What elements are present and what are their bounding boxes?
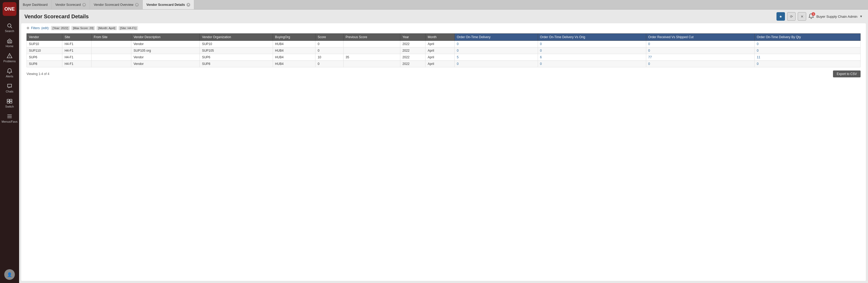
cell-month: April (426, 41, 455, 47)
col-month: Month (426, 34, 455, 41)
col-vendor-organization: Vendor Organization (200, 34, 273, 41)
cell-order_otd[interactable]: 0 (455, 47, 538, 54)
cell-site: H4-F1 (62, 47, 92, 54)
close-button[interactable]: ✕ (798, 12, 806, 21)
cell-order_otd_vs_orig[interactable]: 0 (538, 47, 646, 54)
cell-year: 2022 (400, 41, 426, 47)
tab-vendor-scorecard-details-close[interactable]: ✕ (186, 3, 190, 7)
cell-order_otd[interactable]: 0 (455, 41, 538, 47)
refresh-button[interactable]: ⟳ (787, 12, 796, 21)
refresh-icon: ⟳ (790, 14, 793, 19)
tab-vendor-scorecard-details[interactable]: Vendor Scorecard Details ✕ (143, 0, 194, 9)
cell-order_otd_qty[interactable]: 11 (754, 54, 860, 61)
table-body: SUP10H4-F1VendorSUP10HUB402022April0000S… (27, 41, 861, 67)
tab-vendor-scorecard-details-label: Vendor Scorecard Details (147, 3, 185, 7)
sidebar-item-chats[interactable]: Chats (0, 80, 19, 96)
cell-vendor_description: SUP105 org (131, 47, 200, 54)
cell-score: 10 (315, 54, 343, 61)
sidebar-item-search[interactable]: Search (0, 20, 19, 35)
cell-order_otd_qty[interactable]: 0 (754, 61, 860, 67)
svg-rect-6 (7, 102, 9, 103)
tab-vendor-scorecard[interactable]: Vendor Scorecard ✕ (52, 0, 90, 9)
col-order-otd-qty: Order On-Time Delivery By Qty (754, 34, 860, 41)
col-order-otd-vs-orig: Order On-Time Delivery Vs Orig (538, 34, 646, 41)
col-buying-org: BuyingOrg (273, 34, 315, 41)
cell-order_recv_shipped[interactable]: 0 (646, 41, 754, 47)
page-header: Vendor Scorecard Details ★ ⟳ ✕ 1 (19, 9, 868, 23)
cell-month: April (426, 47, 455, 54)
sidebar-item-problems[interactable]: Problems (0, 50, 19, 66)
filter-tag-year: [Year: 2022] (51, 26, 70, 30)
table-row: SUP6H4-F1VendorSUP6HUB410352022April5677… (27, 54, 861, 61)
cell-vendor: SUP110 (27, 47, 62, 54)
svg-point-3 (9, 57, 10, 58)
sidebar-item-switch[interactable]: Switch (0, 96, 19, 111)
tab-vendor-scorecard-overview-close[interactable]: ✕ (135, 3, 139, 7)
table-row: SUP110H4-F1SUP105 orgSUP105HUB402022Apri… (27, 47, 861, 54)
cell-vendor_description: Vendor (131, 54, 200, 61)
avatar[interactable]: 👤 (4, 269, 15, 280)
cell-site: H4-F1 (62, 41, 92, 47)
cell-order_recv_shipped[interactable]: 0 (646, 61, 754, 67)
cell-from_site (92, 54, 131, 61)
chats-icon (7, 83, 12, 89)
svg-line-1 (10, 27, 12, 28)
filter-tag-site: [Site: H4-F1] (119, 26, 138, 30)
svg-rect-5 (10, 99, 12, 101)
favorite-button[interactable]: ★ (776, 12, 785, 21)
data-table: Vendor Site From Site Vendor Description… (27, 33, 861, 67)
cell-buying_org: HUB4 (273, 41, 315, 47)
sidebar-problems-label: Problems (3, 60, 16, 63)
cell-previous_score (343, 61, 400, 67)
cell-buying_org: HUB4 (273, 61, 315, 67)
filter-tag-maxscore: [Max Score: 20] (71, 26, 95, 30)
filter-icon: ⚙ (27, 26, 29, 30)
cell-from_site (92, 41, 131, 47)
cell-order_otd[interactable]: 0 (455, 61, 538, 67)
menus-icon (7, 113, 12, 119)
cell-order_recv_shipped[interactable]: 0 (646, 47, 754, 54)
user-dropdown-arrow[interactable]: ▼ (860, 14, 863, 18)
cell-order_recv_shipped[interactable]: 77 (646, 54, 754, 61)
cell-vendor: SUP8 (27, 61, 62, 67)
cell-year: 2022 (400, 61, 426, 67)
sidebar-item-alerts[interactable]: Alerts (0, 66, 19, 80)
sidebar-chats-label: Chats (6, 90, 13, 93)
filters-label[interactable]: Filters (31, 26, 40, 30)
cell-previous_score (343, 47, 400, 54)
sidebar-search-label: Search (5, 29, 14, 33)
svg-rect-4 (7, 99, 9, 101)
notification-button[interactable]: 1 (808, 13, 814, 20)
cell-year: 2022 (400, 54, 426, 61)
cell-previous_score (343, 41, 400, 47)
sidebar-switch-label: Switch (5, 105, 14, 108)
tab-vendor-scorecard-label: Vendor Scorecard (55, 3, 81, 7)
alerts-icon (7, 68, 12, 74)
cell-order_otd_qty[interactable]: 0 (754, 41, 860, 47)
tab-vendor-scorecard-overview[interactable]: Vendor Scorecard Overview ✕ (90, 0, 143, 9)
col-vendor-description: Vendor Description (131, 34, 200, 41)
table-footer: Viewing 1-4 of 4 Export to CSV (27, 70, 861, 77)
cell-order_otd_vs_orig[interactable]: 0 (538, 41, 646, 47)
cell-order_otd_vs_orig[interactable]: 6 (538, 54, 646, 61)
tab-vendor-scorecard-close[interactable]: ✕ (82, 3, 86, 7)
header-right: ★ ⟳ ✕ 1 Buyer Supply Chain Admin ▼ (776, 12, 863, 21)
tab-buyer-dashboard[interactable]: Buyer Dashboard (19, 0, 52, 9)
sidebar-item-home[interactable]: Home (0, 35, 19, 50)
cell-vendor_organization: SUP6 (200, 54, 273, 61)
content-area: ⚙ Filters (edit): [Year: 2022] [Max Scor… (21, 23, 866, 281)
viewing-label: Viewing 1-4 of 4 (27, 72, 49, 76)
filters-edit-link[interactable]: (edit): (41, 26, 50, 30)
cell-order_otd_vs_orig[interactable]: 0 (538, 61, 646, 67)
sidebar: ONE Search Home Problems Alerts Chats Sw… (0, 0, 19, 283)
cell-site: H4-F1 (62, 54, 92, 61)
cell-vendor: SUP6 (27, 54, 62, 61)
cell-order_otd_qty[interactable]: 0 (754, 47, 860, 54)
export-csv-button[interactable]: Export to CSV (833, 70, 861, 77)
cell-vendor_organization: SUP10 (200, 41, 273, 47)
home-icon (7, 38, 12, 44)
cell-order_otd[interactable]: 5 (455, 54, 538, 61)
table-row: SUP10H4-F1VendorSUP10HUB402022April0000 (27, 41, 861, 47)
user-label: Buyer Supply Chain Admin (816, 14, 858, 19)
sidebar-item-menus[interactable]: Menus/Favs (0, 111, 19, 126)
